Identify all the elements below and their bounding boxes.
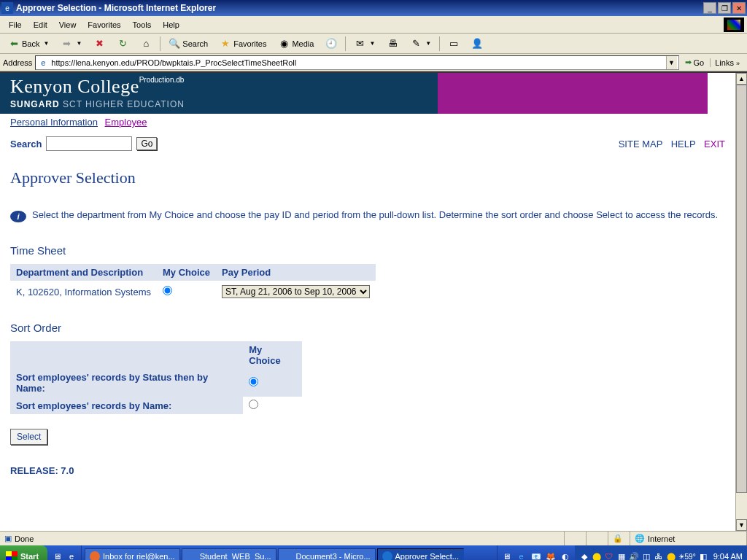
content-wrap: Kenyon CollegeProduction.db SUNGARD SCT … <box>0 71 747 531</box>
menu-help[interactable]: Help <box>157 18 185 31</box>
refresh-button[interactable]: ↻ <box>112 36 133 52</box>
period-cell: ST, Aug 21, 2006 to Sep 10, 2006 <box>216 281 376 303</box>
quick-launch-right: 🖥 e 📧 🦊 ◐ <box>497 545 575 560</box>
tray-clock[interactable]: 9:04 AM <box>713 552 743 560</box>
lock-icon: 🔒 <box>613 534 623 543</box>
home-button[interactable]: ⌂ <box>135 36 157 52</box>
info-text: Select the department from My Choice and… <box>32 209 718 220</box>
print-button[interactable]: 🖶 <box>382 36 403 52</box>
discuss-button[interactable]: ▭ <box>443 36 465 52</box>
th-choice: My Choice <box>157 264 216 281</box>
quick-launch: 🖥 e <box>47 545 82 560</box>
ql-app-icon[interactable]: ◐ <box>559 550 572 560</box>
link-sitemap[interactable]: SITE MAP <box>619 139 662 149</box>
nav-employee[interactable]: Employee <box>105 117 147 128</box>
tray-icon[interactable]: ◆ <box>579 551 589 560</box>
task-inbox[interactable]: Inbox for riel@ken... <box>85 548 180 560</box>
th-empty <box>10 341 243 369</box>
messenger-button[interactable]: 👤 <box>466 36 488 52</box>
favorites-button[interactable]: ★Favorites <box>214 36 271 52</box>
page-title: Approver Selection <box>10 168 725 187</box>
search-label: Search <box>182 39 208 48</box>
task-approver-select[interactable]: Approver Select... <box>377 548 464 560</box>
menu-view[interactable]: View <box>53 18 82 31</box>
tray-weather[interactable]: ☀59° <box>678 553 696 561</box>
ql-icon[interactable]: 🖥 <box>500 550 514 560</box>
status-pane <box>587 532 608 545</box>
sungard-brand: SUNGARD SCT HIGHER EDUCATION <box>10 99 427 109</box>
college-name: Kenyon College <box>10 76 139 97</box>
page-body: Approver Selection i Select the departme… <box>0 154 735 491</box>
restore-button[interactable]: ❐ <box>718 2 731 14</box>
sort-radio-name[interactable] <box>249 400 258 409</box>
link-exit[interactable]: EXIT <box>704 139 725 149</box>
tray-volume-icon[interactable]: 🔊 <box>629 551 639 560</box>
statusbar: ▣ Done 🔒 🌐 Internet <box>0 531 747 545</box>
go-button[interactable]: ➡Go <box>682 58 708 67</box>
media-button[interactable]: ◉Media <box>273 36 319 52</box>
nav-personal-info[interactable]: Personal Information <box>10 117 98 128</box>
start-button[interactable]: Start <box>0 545 47 560</box>
tray-icon[interactable]: ⬤ <box>666 551 676 560</box>
search-button[interactable]: 🔍Search <box>163 36 213 52</box>
edit-button[interactable]: ✎▼ <box>405 36 436 52</box>
vertical-scrollbar[interactable]: ▲ ▼ <box>735 73 747 531</box>
search-input[interactable] <box>46 136 132 151</box>
menubar: File Edit View Favorites Tools Help <box>0 16 747 34</box>
scroll-up-arrow[interactable]: ▲ <box>736 73 747 85</box>
sort-opt2-label: Sort employees' records by Name: <box>10 397 243 414</box>
close-button[interactable]: ✕ <box>732 2 746 14</box>
address-dropdown[interactable]: ▼ <box>666 56 677 69</box>
dept-cell: K, 102620, Information Systems <box>10 281 157 303</box>
search-icon: 🔍 <box>169 38 180 50</box>
pay-period-select[interactable]: ST, Aug 21, 2006 to Sep 10, 2006 <box>222 285 370 298</box>
tray-network-icon[interactable]: 🖧 <box>654 551 664 560</box>
back-button[interactable]: ⬅Back▼ <box>3 36 54 52</box>
status-pane: 🔒 <box>608 532 630 545</box>
minimize-button[interactable]: _ <box>703 2 716 14</box>
ql-outlook-icon[interactable]: 📧 <box>530 550 543 560</box>
stop-button[interactable]: ✖ <box>88 36 110 52</box>
task-buttons: Inbox for riel@ken... Student_WEB_Su... … <box>82 545 496 560</box>
ie-icon: e <box>1 2 13 14</box>
select-button[interactable]: Select <box>10 429 47 445</box>
menu-edit[interactable]: Edit <box>28 18 53 31</box>
th-period: Pay Period <box>216 264 376 281</box>
sort-radio-status-name[interactable] <box>249 377 258 386</box>
tray-icon[interactable]: ▦ <box>616 551 627 560</box>
table-row: Sort employees' records by Name: <box>10 397 302 414</box>
search-go-button[interactable]: Go <box>136 137 157 150</box>
history-button[interactable]: 🕘 <box>320 36 342 52</box>
tray-icon[interactable]: ◧ <box>698 551 708 560</box>
tray-icon[interactable]: ◫ <box>641 551 651 560</box>
discuss-icon: ▭ <box>448 38 460 50</box>
ql-ie-icon[interactable]: e <box>515 550 528 560</box>
forward-button[interactable]: ➡▼ <box>55 36 87 52</box>
scroll-down-arrow[interactable]: ▼ <box>736 519 747 531</box>
address-field[interactable]: e ▼ <box>35 55 678 70</box>
dept-radio[interactable] <box>163 286 172 295</box>
globe-icon: 🌐 <box>635 534 645 543</box>
ql-desktop-icon[interactable]: 🖥 <box>50 550 63 560</box>
menu-favorites[interactable]: Favorites <box>82 18 126 31</box>
scroll-thumb[interactable] <box>736 85 747 493</box>
word-icon <box>187 551 197 560</box>
messenger-icon: 👤 <box>471 38 483 50</box>
menu-tools[interactable]: Tools <box>127 18 158 31</box>
links-bar[interactable]: Links » <box>710 58 744 67</box>
ql-firefox-icon[interactable]: 🦊 <box>544 550 557 560</box>
menu-file[interactable]: File <box>3 18 28 31</box>
mail-button[interactable]: ✉▼ <box>349 36 380 52</box>
link-help[interactable]: HELP <box>671 139 696 149</box>
sort-opt2-cell <box>243 397 302 414</box>
task-student-web[interactable]: Student_WEB_Su... <box>182 548 276 560</box>
tray-icon[interactable]: ⬤ <box>592 551 602 560</box>
address-label: Address <box>3 58 32 67</box>
separator <box>439 36 440 51</box>
page-icon: e <box>37 57 49 69</box>
address-input[interactable] <box>51 58 665 67</box>
ql-ie-icon[interactable]: e <box>65 550 78 560</box>
tray-shield-icon[interactable]: 🛡 <box>604 551 614 560</box>
task-document3[interactable]: Document3 - Micro... <box>278 548 376 560</box>
choice-cell <box>157 281 216 303</box>
